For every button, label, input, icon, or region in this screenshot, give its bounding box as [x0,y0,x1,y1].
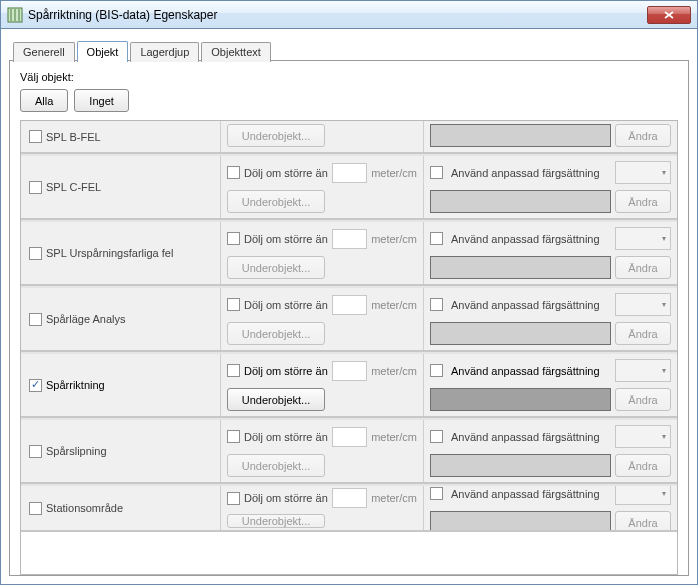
subobjects-button: Underobjekt... [227,454,325,477]
color-swatch-line: Ändra [430,190,671,213]
chevron-down-icon: ▾ [662,366,666,375]
custom-color-line: Använd anpassad färgsättning▾ [430,293,671,316]
unit-label: meter/cm [371,431,417,443]
object-name-cell: Spårriktning [21,354,221,416]
color-combo: ▾ [615,293,671,316]
subobjects-button[interactable]: Underobjekt... [227,388,325,411]
object-enable-checkbox[interactable] [29,130,42,143]
object-enable-checkbox[interactable] [29,313,42,326]
tab-objekt[interactable]: Objekt [77,41,129,62]
custom-color-label: Använd anpassad färgsättning [451,167,611,179]
color-swatch [430,511,611,532]
select-buttons: Alla Inget [20,89,678,112]
object-row: SpårriktningDölj om större änmeter/cmUnd… [21,352,677,418]
object-name-label: Spårslipning [46,445,107,457]
object-enable-checkbox[interactable] [29,502,42,515]
hide-if-larger-checkbox[interactable] [227,364,240,377]
hide-threshold-input [332,229,367,249]
custom-color-line: Använd anpassad färgsättning▾ [430,161,671,184]
object-color-cell: Använd anpassad färgsättning▾Ändra [424,486,677,530]
object-name-cell: SPL Urspårningsfarliga fel [21,222,221,284]
object-hide-cell: Dölj om större änmeter/cmUnderobjekt... [221,420,424,482]
hide-if-larger-checkbox [227,232,240,245]
hide-if-larger-checkbox [227,298,240,311]
change-color-button: Ändra [615,454,671,477]
hide-if-larger-label: Dölj om större än [244,431,328,443]
objects-grid-viewport[interactable]: SPL B-FELUnderobjekt...ÄndraSPL C-FELDöl… [21,121,677,574]
unit-label: meter/cm [371,233,417,245]
object-name-label: Spårläge Analys [46,313,126,325]
color-combo: ▾ [615,359,671,382]
custom-color-line: Använd anpassad färgsättning▾ [430,227,671,250]
tab-objekttext[interactable]: Objekttext [201,42,271,62]
custom-color-checkbox[interactable] [430,364,443,377]
object-enable-checkbox[interactable] [29,445,42,458]
object-row: SPL B-FELUnderobjekt...Ändra [21,121,677,154]
select-all-button[interactable]: Alla [20,89,68,112]
object-color-cell: Använd anpassad färgsättning▾Ändra [424,288,677,350]
tab-generell[interactable]: Generell [13,42,75,62]
hide-if-larger-line: Dölj om större änmeter/cm [227,488,417,508]
change-color-button: Ändra [615,124,671,147]
color-swatch [430,256,611,279]
object-name-cell: SPL C-FEL [21,156,221,218]
custom-color-label: Använd anpassad färgsättning [451,233,611,245]
object-enable-checkbox[interactable] [29,247,42,260]
hide-if-larger-line: Dölj om större änmeter/cm [227,293,417,316]
subobjects-button: Underobjekt... [227,190,325,213]
object-name-cell: Spårslipning [21,420,221,482]
hide-if-larger-checkbox [227,166,240,179]
custom-color-checkbox [430,166,443,179]
hide-if-larger-line: Dölj om större änmeter/cm [227,161,417,184]
color-swatch-line: Ändra [430,124,671,147]
custom-color-line: Använd anpassad färgsättning▾ [430,425,671,448]
custom-color-checkbox [430,232,443,245]
unit-label: meter/cm [371,492,417,504]
close-button[interactable] [647,6,691,24]
hide-if-larger-label: Dölj om större än [244,492,328,504]
hide-if-larger-line: Dölj om större änmeter/cm [227,425,417,448]
color-combo: ▾ [615,425,671,448]
unit-label: meter/cm [371,167,417,179]
subobjects-button: Underobjekt... [227,256,325,279]
unit-label: meter/cm [371,365,417,377]
hide-if-larger-line: Dölj om större änmeter/cm [227,227,417,250]
hide-threshold-input[interactable] [332,361,367,381]
object-hide-cell: Underobjekt... [221,121,424,152]
hide-threshold-input [332,163,367,183]
chevron-down-icon: ▾ [662,432,666,441]
custom-color-checkbox [430,487,443,500]
object-name-label: SPL B-FEL [46,131,101,143]
object-color-cell: Använd anpassad färgsättning▾Ändra [424,354,677,416]
titlebar[interactable]: Spårriktning (BIS-data) Egenskaper [1,1,697,29]
custom-color-label: Använd anpassad färgsättning [451,488,611,500]
object-name-cell: Stationsområde [21,486,221,530]
hide-if-larger-line: Dölj om större änmeter/cm [227,359,417,382]
custom-color-label: Använd anpassad färgsättning [451,365,611,377]
select-none-button[interactable]: Inget [74,89,128,112]
hide-if-larger-label: Dölj om större än [244,233,328,245]
change-color-button: Ändra [615,322,671,345]
hide-threshold-input [332,488,367,508]
object-name-cell: SPL B-FEL [21,121,221,152]
object-enable-checkbox[interactable] [29,379,42,392]
object-name-cell: Spårläge Analys [21,288,221,350]
subobjects-button: Underobjekt... [227,514,325,528]
tab-page-objekt: Välj objekt: Alla Inget SPL B-FELUnderob… [9,60,689,576]
color-swatch-line: Ändra [430,511,671,532]
hide-if-larger-label: Dölj om större än [244,365,328,377]
chevron-down-icon: ▾ [662,300,666,309]
color-combo: ▾ [615,161,671,184]
color-swatch [430,190,611,213]
color-combo: ▾ [615,484,671,505]
object-name-label: Spårriktning [46,379,105,391]
hide-if-larger-label: Dölj om större än [244,167,328,179]
object-hide-cell: Dölj om större änmeter/cmUnderobjekt... [221,486,424,530]
custom-color-line: Använd anpassad färgsättning▾ [430,484,671,505]
subobjects-button: Underobjekt... [227,124,325,147]
tab-lagerdjup[interactable]: Lagerdjup [130,42,199,62]
object-enable-checkbox[interactable] [29,181,42,194]
chevron-down-icon: ▾ [662,234,666,243]
chevron-down-icon: ▾ [662,489,666,498]
object-hide-cell: Dölj om större änmeter/cmUnderobjekt... [221,288,424,350]
